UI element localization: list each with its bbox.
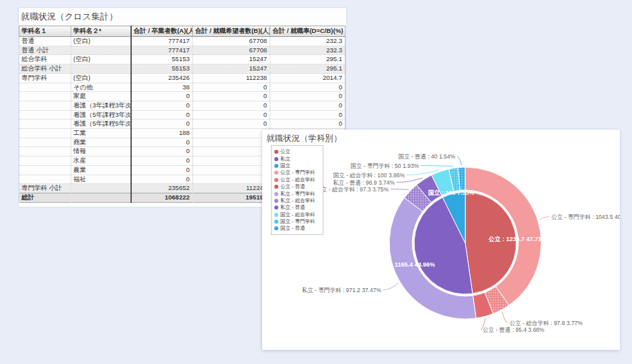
cell-seekers[interactable]: 0 bbox=[193, 92, 270, 101]
cell-seekers[interactable]: 195195 bbox=[193, 193, 270, 202]
cell-name1[interactable] bbox=[19, 129, 71, 138]
cell-name2[interactable]: 看護（3年課程3年次） bbox=[71, 101, 131, 110]
cell-seekers[interactable] bbox=[193, 156, 270, 166]
cell-name2[interactable]: 工業 bbox=[71, 129, 131, 138]
legend-item-national[interactable]: 国立 bbox=[273, 163, 321, 169]
column-header[interactable]: 合計 / 就職希望者数(B)(人) bbox=[193, 26, 270, 37]
cell-seekers[interactable]: 0 bbox=[193, 120, 270, 129]
cell-graduates[interactable]: 0 bbox=[131, 92, 193, 101]
legend-item-private-integrated[interactable]: 私立 - 総合学科 bbox=[273, 197, 321, 204]
cell-graduates[interactable]: 235652 bbox=[131, 184, 193, 193]
cell-name2[interactable]: 家庭 bbox=[71, 92, 131, 101]
cell-rate[interactable]: 232.3 bbox=[270, 37, 346, 46]
legend-item-national-specialized[interactable]: 国立 - 専門学科 bbox=[273, 218, 321, 225]
cell-graduates[interactable]: 55153 bbox=[131, 64, 193, 74]
legend-item-private[interactable]: 私立 bbox=[273, 155, 321, 162]
cell-name2[interactable]: 商業 bbox=[71, 138, 131, 147]
cell-graduates[interactable]: 777417 bbox=[131, 46, 193, 55]
cell-graduates[interactable]: 0 bbox=[131, 175, 193, 184]
cell-seekers[interactable]: 0 bbox=[193, 83, 270, 92]
cell-seekers[interactable]: 0 bbox=[193, 101, 270, 110]
cell-seekers[interactable] bbox=[193, 129, 270, 138]
cell-name2[interactable] bbox=[71, 193, 131, 202]
cell-seekers[interactable]: 67708 bbox=[193, 37, 270, 46]
cell-graduates[interactable]: 0 bbox=[131, 110, 193, 120]
cell-name2[interactable] bbox=[71, 184, 131, 193]
cell-graduates[interactable]: 188 bbox=[131, 129, 193, 138]
cell-graduates[interactable]: 0 bbox=[131, 156, 193, 166]
cell-seekers[interactable] bbox=[193, 138, 270, 147]
cell-graduates[interactable]: 0 bbox=[131, 165, 193, 175]
cell-name2[interactable]: 福祉 bbox=[71, 175, 131, 184]
cell-name2[interactable]: (空白) bbox=[71, 55, 131, 64]
column-header[interactable]: 学科名１ bbox=[19, 26, 71, 37]
legend-item-public-specialized[interactable]: 公立 - 専門学科 bbox=[273, 169, 321, 176]
cell-name2[interactable] bbox=[71, 64, 131, 74]
cell-name1[interactable] bbox=[19, 101, 71, 110]
cell-name1[interactable] bbox=[19, 83, 71, 92]
cell-graduates[interactable]: 777417 bbox=[131, 37, 193, 46]
column-header[interactable]: 合計 / 就職率(D=C/B)(%) bbox=[270, 26, 346, 37]
cell-name1[interactable]: 総合学科 小計 bbox=[19, 64, 71, 74]
cell-name1[interactable] bbox=[19, 147, 71, 156]
cell-rate[interactable]: 0 bbox=[270, 92, 346, 101]
cell-seekers[interactable]: 112238 bbox=[193, 73, 270, 83]
cell-graduates[interactable]: 235426 bbox=[131, 73, 193, 83]
cell-name1[interactable] bbox=[19, 175, 71, 184]
cell-rate[interactable]: 232.3 bbox=[270, 46, 346, 55]
cell-graduates[interactable]: 55153 bbox=[131, 55, 193, 64]
column-header[interactable]: 学科名２* bbox=[71, 26, 131, 37]
cell-rate[interactable]: 0 bbox=[270, 120, 346, 129]
cell-name1[interactable] bbox=[19, 120, 71, 129]
legend-label: 私立 - 普通 bbox=[280, 204, 305, 211]
cell-name1[interactable]: 専門学科 bbox=[19, 73, 71, 83]
cell-seekers[interactable]: 112240 bbox=[193, 184, 270, 193]
cell-name1[interactable] bbox=[19, 165, 71, 175]
cell-graduates[interactable]: 0 bbox=[131, 101, 193, 110]
cell-name2[interactable]: 看護（5年課程5年次） bbox=[71, 120, 131, 129]
cell-name1[interactable] bbox=[19, 138, 71, 147]
legend-item-public-general[interactable]: 公立 - 普通 bbox=[273, 183, 321, 190]
cell-name2[interactable]: 農業 bbox=[71, 165, 131, 175]
cell-rate[interactable]: 0 bbox=[270, 83, 346, 92]
cell-rate[interactable]: 0 bbox=[270, 110, 346, 120]
cell-seekers[interactable] bbox=[193, 147, 270, 156]
cell-name2[interactable]: (空白) bbox=[71, 73, 131, 83]
cell-seekers[interactable]: 15247 bbox=[193, 55, 270, 64]
cell-name2[interactable]: (空白) bbox=[71, 37, 131, 46]
cell-name1[interactable] bbox=[19, 92, 71, 101]
legend-item-private-general[interactable]: 私立 - 普通 bbox=[273, 204, 321, 211]
cell-seekers[interactable] bbox=[193, 165, 270, 175]
column-header[interactable]: 合計 / 卒業者数(A)(人) bbox=[131, 26, 193, 37]
cell-seekers[interactable]: 67708 bbox=[193, 46, 270, 55]
legend-item-private-specialized[interactable]: 私立 - 専門学科 bbox=[273, 190, 321, 197]
cell-name1[interactable]: 総計 bbox=[19, 193, 71, 202]
cell-rate[interactable]: 2014.7 bbox=[270, 73, 346, 83]
legend-item-national-general[interactable]: 国立 - 普通 bbox=[273, 225, 321, 232]
cell-name1[interactable]: 普通 小計 bbox=[19, 46, 71, 55]
cell-name2[interactable] bbox=[71, 46, 131, 55]
cell-rate[interactable]: 295.1 bbox=[270, 64, 346, 74]
cell-graduates[interactable]: 0 bbox=[131, 147, 193, 156]
cell-name1[interactable] bbox=[19, 110, 71, 120]
cell-seekers[interactable]: 15247 bbox=[193, 64, 270, 74]
legend-item-public-integrated[interactable]: 公立 - 総合学科 bbox=[273, 177, 321, 183]
cell-seekers[interactable] bbox=[193, 175, 270, 184]
legend-item-public[interactable]: 公立 bbox=[273, 148, 321, 155]
cell-graduates[interactable]: 38 bbox=[131, 83, 193, 92]
cell-rate[interactable]: 295.1 bbox=[270, 55, 346, 64]
cell-name2[interactable]: 水産 bbox=[71, 156, 131, 166]
cell-seekers[interactable]: 0 bbox=[193, 110, 270, 120]
cell-name2[interactable]: 看護（5年課程3年次） bbox=[71, 110, 131, 120]
cell-graduates[interactable]: 0 bbox=[131, 120, 193, 129]
cell-name1[interactable]: 総合学科 bbox=[19, 55, 71, 64]
legend-item-national-integrated[interactable]: 国立 - 総合学科 bbox=[273, 212, 321, 218]
cell-rate[interactable]: 0 bbox=[270, 101, 346, 110]
cell-graduates[interactable]: 0 bbox=[131, 138, 193, 147]
cell-name2[interactable]: 情報 bbox=[71, 147, 131, 156]
cell-name2[interactable]: その他 bbox=[71, 83, 131, 92]
cell-name1[interactable]: 普通 bbox=[19, 37, 71, 46]
cell-name1[interactable]: 専門学科 小計 bbox=[19, 184, 71, 193]
cell-name1[interactable] bbox=[19, 156, 71, 166]
cell-graduates[interactable]: 1068222 bbox=[131, 193, 193, 202]
